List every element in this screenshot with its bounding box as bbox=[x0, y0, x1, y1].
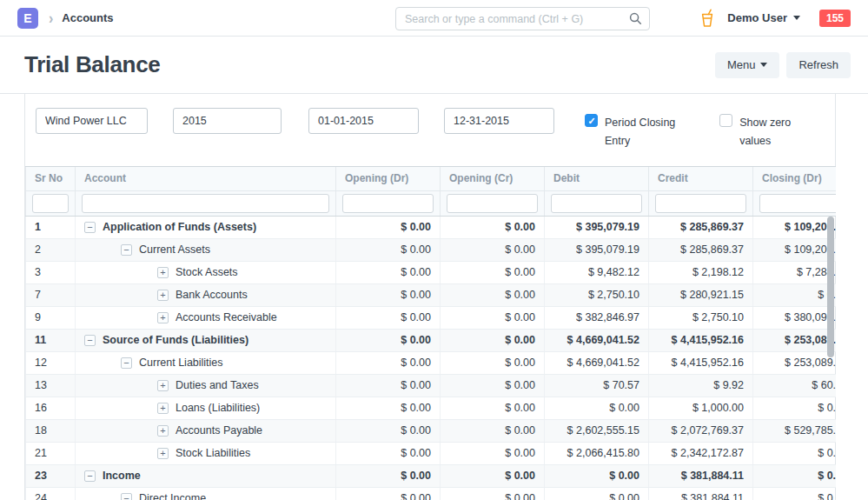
tree-toggle-icon[interactable]: − bbox=[121, 493, 132, 500]
table-row[interactable]: 21 + Stock Liabilities $ 0.00 $ 0.00 $ 2… bbox=[26, 442, 837, 464]
col-header-debit[interactable]: Debit bbox=[545, 167, 649, 190]
company-filter-input[interactable] bbox=[36, 108, 148, 134]
closing-dr-column-filter[interactable] bbox=[759, 194, 836, 213]
account-cell: + Duties and Taxes bbox=[76, 374, 336, 397]
period-closing-entry-checkbox-group[interactable]: Period Closing Entry bbox=[585, 114, 686, 150]
debit-cell: $ 395,079.19 bbox=[545, 238, 649, 261]
account-column-filter[interactable] bbox=[82, 194, 329, 213]
col-header-credit[interactable]: Credit bbox=[649, 167, 753, 190]
tree-toggle-icon[interactable]: − bbox=[84, 335, 96, 346]
closing-dr-cell: $ 0.00 bbox=[753, 397, 837, 419]
account-label: Income bbox=[103, 470, 141, 482]
table-row[interactable]: 2 − Current Assets $ 0.00 $ 0.00 $ 395,0… bbox=[26, 238, 837, 261]
sr-no-cell: 12 bbox=[26, 351, 76, 374]
opening-cr-cell: $ 0.00 bbox=[441, 464, 545, 487]
tree-toggle-icon[interactable]: + bbox=[157, 380, 169, 391]
opening-cr-column-filter[interactable] bbox=[447, 194, 538, 213]
table-row[interactable]: 11 − Source of Funds (Liabilities) $ 0.0… bbox=[26, 329, 837, 351]
account-label: Accounts Payable bbox=[176, 424, 262, 437]
col-header-opening-dr[interactable]: Opening (Dr) bbox=[336, 167, 441, 190]
table-row[interactable]: 24 − Direct Income $ 0.00 $ 0.00 $ 0.00 … bbox=[26, 487, 837, 500]
table-row[interactable]: 18 + Accounts Payable $ 0.00 $ 0.00 $ 2,… bbox=[26, 419, 837, 442]
table-row[interactable]: 16 + Loans (Liabilities) $ 0.00 $ 0.00 $… bbox=[26, 397, 837, 419]
sr-no-column-filter[interactable] bbox=[32, 194, 69, 213]
table-row[interactable]: 23 − Income $ 0.00 $ 0.00 $ 0.00 $ 381,8… bbox=[26, 464, 837, 487]
credit-cell: $ 4,415,952.16 bbox=[649, 329, 753, 351]
account-label: Current Liabilities bbox=[139, 357, 223, 369]
table-row[interactable]: 1 − Application of Funds (Assets) $ 0.00… bbox=[26, 216, 837, 238]
show-zero-values-label: Show zero values bbox=[739, 114, 825, 150]
account-label: Direct Income bbox=[139, 492, 206, 500]
fiscal-year-filter-input[interactable] bbox=[173, 108, 282, 134]
account-cell: + Stock Liabilities bbox=[76, 442, 336, 464]
account-label: Loans (Liabilities) bbox=[176, 402, 260, 414]
tree-toggle-icon[interactable]: + bbox=[157, 267, 169, 278]
debit-cell: $ 2,602,555.15 bbox=[545, 419, 649, 442]
account-label: Bank Accounts bbox=[176, 289, 248, 301]
page-title: Trial Balance bbox=[24, 51, 161, 78]
debit-cell: $ 0.00 bbox=[545, 464, 649, 487]
app-logo[interactable]: E bbox=[17, 8, 38, 29]
opening-dr-cell: $ 0.00 bbox=[336, 374, 441, 397]
tree-toggle-icon[interactable]: − bbox=[121, 244, 132, 256]
closing-dr-cell: $ 7,284.00 bbox=[753, 261, 837, 283]
credit-cell: $ 280,921.15 bbox=[649, 283, 753, 306]
drink-cup-icon[interactable] bbox=[699, 9, 715, 28]
closing-dr-cell: $ 529,785.78 bbox=[753, 419, 837, 442]
vertical-scrollbar[interactable] bbox=[827, 217, 834, 357]
opening-dr-cell: $ 0.00 bbox=[336, 329, 441, 351]
debit-cell: $ 9,482.12 bbox=[545, 261, 649, 283]
tree-toggle-icon[interactable]: + bbox=[157, 312, 169, 323]
opening-cr-cell: $ 0.00 bbox=[441, 374, 545, 397]
account-cell: + Accounts Payable bbox=[76, 419, 336, 442]
opening-cr-cell: $ 0.00 bbox=[441, 283, 545, 306]
tree-toggle-icon[interactable]: − bbox=[121, 357, 132, 369]
opening-cr-cell: $ 0.00 bbox=[441, 216, 545, 238]
period-closing-entry-checkbox[interactable] bbox=[585, 114, 598, 127]
opening-dr-cell: $ 0.00 bbox=[336, 306, 441, 329]
show-zero-values-checkbox[interactable] bbox=[719, 114, 732, 127]
opening-cr-cell: $ 0.00 bbox=[441, 487, 545, 500]
account-cell: − Current Assets bbox=[76, 238, 336, 261]
col-header-closing-dr[interactable]: Closing (Dr) bbox=[753, 167, 837, 190]
period-closing-entry-label: Period Closing Entry bbox=[605, 114, 686, 150]
tree-toggle-icon[interactable]: − bbox=[84, 470, 96, 482]
col-header-opening-cr[interactable]: Opening (Cr) bbox=[441, 167, 545, 190]
user-menu[interactable]: Demo User bbox=[727, 11, 800, 24]
notification-badge[interactable]: 155 bbox=[819, 10, 851, 27]
credit-cell: $ 4,415,952.16 bbox=[649, 351, 753, 374]
opening-dr-column-filter[interactable] bbox=[342, 194, 434, 213]
debit-cell: $ 395,079.19 bbox=[545, 216, 649, 238]
debit-cell: $ 4,669,041.52 bbox=[545, 351, 649, 374]
search-input[interactable] bbox=[395, 7, 650, 30]
opening-cr-cell: $ 0.00 bbox=[441, 329, 545, 351]
opening-cr-cell: $ 0.00 bbox=[441, 442, 545, 464]
credit-column-filter[interactable] bbox=[655, 194, 746, 213]
table-row[interactable]: 13 + Duties and Taxes $ 0.00 $ 0.00 $ 70… bbox=[26, 374, 837, 397]
account-cell: − Current Liabilities bbox=[76, 351, 336, 374]
sr-no-cell: 7 bbox=[26, 283, 76, 306]
breadcrumb-accounts[interactable]: Accounts bbox=[62, 11, 113, 24]
tree-toggle-icon[interactable]: + bbox=[157, 290, 169, 301]
col-header-sr-no[interactable]: Sr No bbox=[26, 167, 76, 190]
table-row[interactable]: 12 − Current Liabilities $ 0.00 $ 0.00 $… bbox=[26, 351, 837, 374]
closing-dr-cell: $ 109,209.82 bbox=[753, 238, 837, 261]
menu-button[interactable]: Menu bbox=[715, 52, 780, 78]
tree-toggle-icon[interactable]: + bbox=[157, 448, 169, 459]
tree-toggle-icon[interactable]: − bbox=[84, 222, 96, 233]
col-header-account[interactable]: Account bbox=[76, 167, 336, 190]
caret-down-icon bbox=[760, 63, 767, 67]
tree-toggle-icon[interactable]: + bbox=[157, 403, 169, 414]
refresh-button[interactable]: Refresh bbox=[786, 52, 851, 78]
sr-no-cell: 1 bbox=[26, 216, 76, 238]
debit-cell: $ 0.00 bbox=[545, 397, 649, 419]
show-zero-values-checkbox-group[interactable]: Show zero values bbox=[719, 114, 825, 150]
debit-column-filter[interactable] bbox=[551, 194, 642, 213]
to-date-filter-input[interactable] bbox=[444, 108, 554, 134]
from-date-filter-input[interactable] bbox=[308, 108, 419, 134]
table-row[interactable]: 7 + Bank Accounts $ 0.00 $ 0.00 $ 2,750.… bbox=[26, 283, 837, 306]
table-row[interactable]: 3 + Stock Assets $ 0.00 $ 0.00 $ 9,482.1… bbox=[26, 261, 837, 283]
tree-toggle-icon[interactable]: + bbox=[157, 425, 169, 437]
table-row[interactable]: 9 + Accounts Receivable $ 0.00 $ 0.00 $ … bbox=[26, 306, 837, 329]
caret-down-icon bbox=[793, 16, 800, 20]
